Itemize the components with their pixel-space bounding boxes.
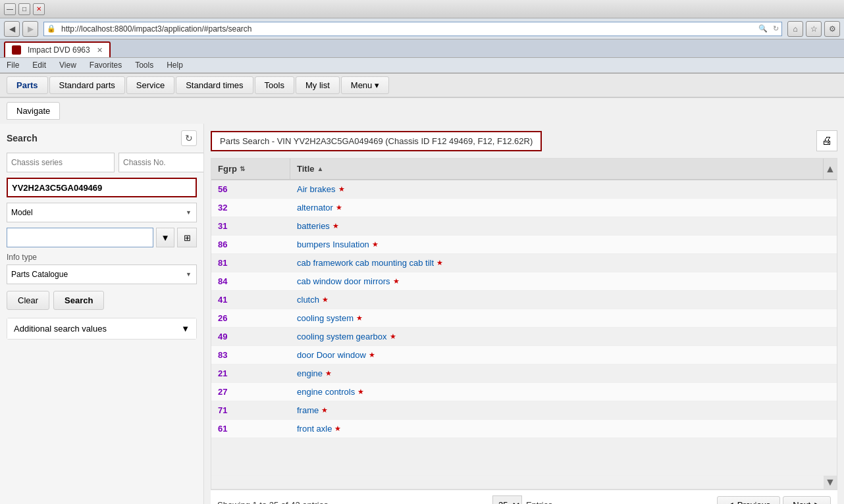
title-cell[interactable]: bumpers Insulation ★ [290,236,837,253]
info-type-label: Info type [7,253,197,262]
fgrp-sort-icon[interactable]: ⇅ [240,165,245,172]
table-row: 71 frame ★ [211,401,837,420]
title-cell[interactable]: front axle ★ [290,420,837,438]
menu-view[interactable]: View [57,59,79,71]
title-cell[interactable]: Air brakes ★ [290,180,837,198]
nav-tools[interactable]: Tools [255,76,294,94]
fgrp-cell[interactable]: 83 [211,346,290,364]
forward-btn[interactable]: ▶ [22,21,38,37]
star-icon: ★ [393,277,400,286]
refresh-address-icon[interactable]: ↻ [770,24,781,33]
scroll-down-btn[interactable]: ▼ [824,476,837,489]
title-cell[interactable]: batteries ★ [290,217,837,235]
favorites-star-btn[interactable]: ☆ [806,21,822,37]
menu-tools[interactable]: Tools [132,59,156,71]
table-row: 26 cooling system ★ [211,309,837,328]
clear-button[interactable]: Clear [7,291,49,310]
fgrp-cell[interactable]: 86 [211,236,290,253]
fgrp-cell[interactable]: 32 [211,199,290,216]
info-type-select[interactable]: Parts Catalogue [7,265,197,284]
fgrp-cell[interactable]: 56 [211,180,290,198]
print-btn[interactable]: 🖨 [816,130,837,151]
fgrp-cell[interactable]: 26 [211,309,290,327]
additional-label: Additional search values [14,324,107,334]
star-icon: ★ [336,203,342,212]
tab-close-icon[interactable]: ✕ [97,46,103,55]
chassis-no-input[interactable] [119,153,204,172]
nav-menu[interactable]: Menu ▾ [341,76,389,94]
title-cell[interactable]: frame ★ [290,401,837,419]
title-cell[interactable]: engine ★ [290,365,837,382]
fgrp-cell[interactable]: 81 [211,254,290,272]
fgrp-cell[interactable]: 84 [211,272,290,290]
title-cell[interactable]: clutch ★ [290,291,837,309]
minimize-btn[interactable]: — [4,3,16,15]
star-icon: ★ [332,222,339,230]
fgrp-cell[interactable]: 41 [211,291,290,309]
search-button[interactable]: Search [53,291,104,310]
fgrp-cell[interactable]: 71 [211,401,290,419]
nav-parts[interactable]: Parts [7,76,48,94]
engine-dropdown-btn[interactable]: ▼ [156,228,174,247]
home-btn[interactable]: ⌂ [787,21,803,37]
engine-input[interactable] [7,228,153,247]
scan-btn[interactable]: ⊞ [177,228,197,247]
refresh-btn[interactable]: ↻ [181,130,197,146]
nav-standard-times[interactable]: Standard times [176,76,253,94]
table-row: 27 engine controls ★ [211,383,837,401]
model-select[interactable]: Model [7,203,197,222]
nav-service[interactable]: Service [126,76,174,94]
table-row: 31 batteries ★ [211,217,837,236]
title-cell[interactable]: cooling system ★ [290,309,837,327]
close-btn[interactable]: ✕ [33,3,45,15]
vin-input[interactable] [7,178,197,197]
fgrp-cell[interactable]: 31 [211,217,290,235]
title-cell[interactable]: cooling system gearbox ★ [290,328,837,345]
scroll-up-btn[interactable]: ▲ [824,159,837,179]
additional-search-btn[interactable]: Additional search values ▼ [7,318,196,339]
title-cell[interactable]: cab framework cab mounting cab tilt ★ [290,254,837,272]
entries-select[interactable]: 25 [492,495,522,504]
title-sort-icon[interactable]: ▲ [317,165,324,172]
address-text: http://localhost:8800/impact3/applicatio… [59,24,756,34]
star-icon: ★ [356,314,363,322]
table-row: 86 bumpers Insulation ★ [211,236,837,254]
tab-icon: Impact DVD 6963 [12,42,90,58]
back-btn[interactable]: ◀ [4,21,20,37]
star-icon: ★ [322,295,329,304]
panel-title: Search [7,133,38,143]
star-icon: ★ [321,406,328,415]
title-cell[interactable]: alternator ★ [290,199,837,216]
browser-tab[interactable]: Impact DVD 6963 ✕ [4,41,111,57]
entries-label: Entries [526,500,552,505]
previous-btn[interactable]: ◄ Previous [717,496,780,505]
maximize-btn[interactable]: □ [18,3,30,15]
menu-favorites[interactable]: Favorites [87,59,124,71]
title-cell[interactable]: door Door window ★ [290,346,837,364]
search-address-icon[interactable]: 🔍 [756,24,770,33]
title-cell[interactable]: cab window door mirrors ★ [290,272,837,290]
additional-chevron-icon: ▼ [181,324,190,334]
chassis-series-input[interactable] [7,153,115,172]
fgrp-cell[interactable]: 61 [211,420,290,438]
star-icon: ★ [338,185,345,193]
table-row: 81 cab framework cab mounting cab tilt ★ [211,254,837,272]
tab-label: Impact DVD 6963 [28,45,90,55]
star-icon: ★ [372,240,379,249]
fgrp-cell[interactable]: 27 [211,383,290,401]
menu-file[interactable]: File [4,59,22,71]
fgrp-cell[interactable]: 49 [211,328,290,345]
next-btn[interactable]: Next ► [783,496,831,505]
title-cell[interactable]: engine controls ★ [290,383,837,401]
star-icon: ★ [325,369,332,378]
fgrp-cell[interactable]: 21 [211,365,290,382]
table-row: 21 engine ★ [211,365,837,383]
settings-btn[interactable]: ⚙ [824,21,840,37]
menu-edit[interactable]: Edit [30,59,49,71]
nav-standard-parts[interactable]: Standard parts [49,76,125,94]
menu-help[interactable]: Help [164,59,186,71]
table-row: 61 front axle ★ [211,420,837,438]
nav-my-list[interactable]: My list [296,76,340,94]
navigate-tab-btn[interactable]: Navigate [7,102,60,120]
table-row: 56 Air brakes ★ [211,180,837,199]
